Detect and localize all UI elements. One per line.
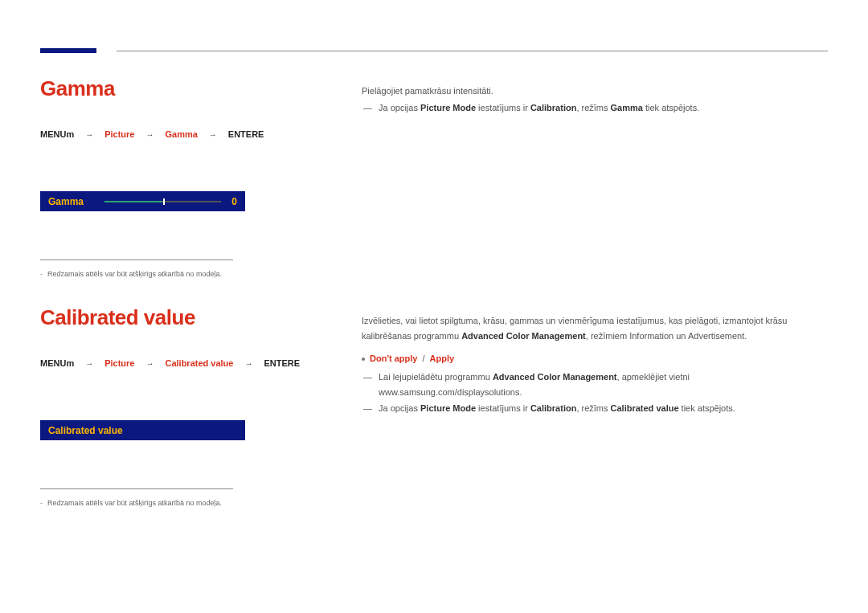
heading-gamma: Gamma xyxy=(40,76,338,101)
note-text: Ja opcijas Picture Mode iestatījums ir C… xyxy=(379,401,735,416)
top-divider xyxy=(117,51,828,51)
note-row-2: ― Ja opcijas Picture Mode iestatījums ir… xyxy=(362,401,828,416)
options-row: Don't apply / Apply xyxy=(362,351,828,366)
breadcrumb-gamma: MENUm → Picture → Gamma → ENTERE xyxy=(40,129,338,139)
footnote-text: Redzamais attēls var būt atšķirīgs atkar… xyxy=(47,270,222,278)
note-row-1: ― Lai lejupielādētu programmu Advanced C… xyxy=(362,370,828,399)
note-text: Lai lejupielādētu programmu Advanced Col… xyxy=(379,370,828,399)
opt-apply: Apply xyxy=(430,351,455,366)
heading-calibrated: Calibrated value xyxy=(40,305,338,330)
desc-p1: Izvēlieties, vai lietot spilgtuma, krāsu… xyxy=(362,313,828,343)
footnote-gamma: - Redzamais attēls var būt atšķirīgs atk… xyxy=(40,270,338,278)
calibrated-osd-preview: Calibrated value xyxy=(40,420,245,440)
osd-label: Calibrated value xyxy=(48,425,123,436)
desc-gamma: Pielāgojiet pamatkrāsu intensitāti. ― Ja… xyxy=(362,84,828,115)
bc-enter: ENTERE xyxy=(264,358,300,368)
bullet-icon: ― xyxy=(363,100,372,116)
bc-picture: Picture xyxy=(104,129,134,139)
bc-sep: → xyxy=(85,359,93,368)
desc-calibrated: Izvēlieties, vai lietot spilgtuma, krāsu… xyxy=(362,313,828,416)
bc-picture: Picture xyxy=(104,358,134,368)
osd-label: Gamma xyxy=(48,196,96,207)
note-text: Ja opcijas Picture Mode iestatījums ir C… xyxy=(379,100,699,116)
desc-intro: Pielāgojiet pamatkrāsu intensitāti. xyxy=(362,84,828,99)
chapter-marker xyxy=(40,48,96,53)
gamma-osd-preview: Gamma 0 xyxy=(40,191,245,211)
bc-sep: → xyxy=(209,130,217,139)
osd-slider xyxy=(104,201,221,202)
divider xyxy=(40,260,233,260)
bc-sep: → xyxy=(85,130,93,139)
bc-menu: MENUm xyxy=(40,358,74,368)
opt-sep: / xyxy=(422,351,424,366)
footnote-calibrated: - Redzamais attēls var būt atšķirīgs atk… xyxy=(40,499,338,507)
footnote-text: Redzamais attēls var būt atšķirīgs atkar… xyxy=(47,499,222,507)
bc-item: Calibrated value xyxy=(165,358,233,368)
breadcrumb-calibrated: MENUm → Picture → Calibrated value → ENT… xyxy=(40,358,338,368)
bullet-dot-icon xyxy=(362,358,365,361)
opt-dont-apply: Don't apply xyxy=(370,351,417,366)
bullet-icon: ― xyxy=(363,401,372,416)
section-calibrated-value: Calibrated value MENUm → Picture → Calib… xyxy=(40,305,338,507)
note-row: ― Ja opcijas Picture Mode iestatījums ir… xyxy=(362,100,828,116)
divider xyxy=(40,488,233,489)
dash: - xyxy=(40,499,43,507)
bc-enter: ENTERE xyxy=(228,129,264,139)
bc-sep: → xyxy=(145,130,154,139)
section-gamma: Gamma MENUm → Picture → Gamma → ENTERE G… xyxy=(40,76,338,278)
dash: - xyxy=(40,270,43,278)
bc-gamma: Gamma xyxy=(165,129,197,139)
bc-sep: → xyxy=(145,359,154,368)
bc-sep: → xyxy=(244,359,252,368)
osd-value: 0 xyxy=(229,196,237,207)
bc-menu: MENUm xyxy=(40,129,74,139)
bullet-icon: ― xyxy=(363,370,372,399)
